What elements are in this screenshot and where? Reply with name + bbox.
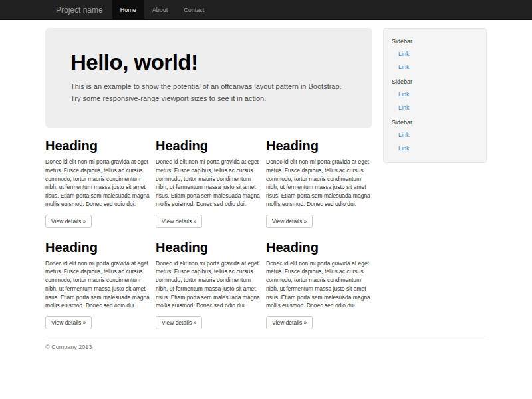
- card-body: Donec id elit non mi porta gravida at eg…: [156, 158, 262, 209]
- card: Heading Donec id elit non mi porta gravi…: [266, 138, 372, 228]
- card-body: Donec id elit non mi porta gravida at eg…: [45, 259, 152, 311]
- sidebar-link[interactable]: Link: [392, 145, 478, 152]
- footer: © Company 2013: [45, 336, 487, 350]
- card-heading: Heading: [266, 138, 372, 154]
- sidebar-link[interactable]: Link: [392, 51, 478, 57]
- view-details-button[interactable]: View details »: [266, 215, 313, 228]
- view-details-button[interactable]: View details »: [45, 316, 92, 329]
- sidebar-header: Sidebar: [392, 78, 478, 85]
- copyright-text: © Company 2013: [45, 344, 487, 350]
- view-details-button[interactable]: View details »: [156, 316, 202, 329]
- card: Heading Donec id elit non mi porta gravi…: [45, 138, 152, 228]
- sidebar-group: Sidebar Link Link: [392, 38, 478, 70]
- card-heading: Heading: [45, 138, 152, 154]
- card-heading: Heading: [156, 240, 262, 255]
- sidebar-header: Sidebar: [392, 119, 478, 126]
- cards-row-2: Heading Donec id elit non mi porta gravi…: [45, 240, 372, 330]
- card: Heading Donec id elit non mi porta gravi…: [156, 138, 262, 228]
- card: Heading Donec id elit non mi porta gravi…: [266, 240, 372, 330]
- brand-link[interactable]: Project name: [45, 0, 112, 20]
- card-body: Donec id elit non mi porta gravida at eg…: [266, 158, 372, 209]
- card-body: Donec id elit non mi porta gravida at eg…: [45, 158, 152, 209]
- nav-item-contact[interactable]: Contact: [176, 0, 212, 20]
- sidebar-link[interactable]: Link: [392, 132, 478, 138]
- sidebar-header: Sidebar: [392, 38, 478, 45]
- card: Heading Donec id elit non mi porta gravi…: [45, 240, 152, 330]
- view-details-button[interactable]: View details »: [45, 215, 92, 228]
- card-body: Donec id elit non mi porta gravida at eg…: [156, 259, 262, 311]
- cards-row-1: Heading Donec id elit non mi porta gravi…: [45, 138, 372, 228]
- main-content: Hello, world! This is an example to show…: [45, 28, 372, 329]
- page-title: Hello, world!: [70, 50, 347, 75]
- sidebar: Sidebar Link Link Sidebar Link Link Side…: [383, 28, 487, 163]
- navbar-menu: Home About Contact: [112, 0, 213, 20]
- card-body: Donec id elit non mi porta gravida at eg…: [266, 259, 372, 311]
- nav-item-home[interactable]: Home: [112, 0, 144, 20]
- sidebar-link[interactable]: Link: [392, 64, 478, 70]
- card: Heading Donec id elit non mi porta gravi…: [156, 240, 262, 330]
- card-heading: Heading: [156, 138, 262, 154]
- sidebar-link[interactable]: Link: [392, 104, 478, 111]
- sidebar-link[interactable]: Link: [392, 91, 478, 98]
- card-heading: Heading: [266, 240, 372, 255]
- sidebar-group: Sidebar Link Link: [392, 119, 478, 152]
- sidebar-group: Sidebar Link Link: [392, 78, 478, 111]
- nav-item-about[interactable]: About: [144, 0, 176, 20]
- card-heading: Heading: [45, 240, 152, 255]
- jumbotron: Hello, world! This is an example to show…: [45, 28, 372, 128]
- navbar: Project name Home About Contact: [0, 0, 532, 20]
- jumbotron-subtitle: This is an example to show the potential…: [70, 81, 347, 104]
- view-details-button[interactable]: View details »: [266, 316, 313, 329]
- view-details-button[interactable]: View details »: [156, 215, 202, 228]
